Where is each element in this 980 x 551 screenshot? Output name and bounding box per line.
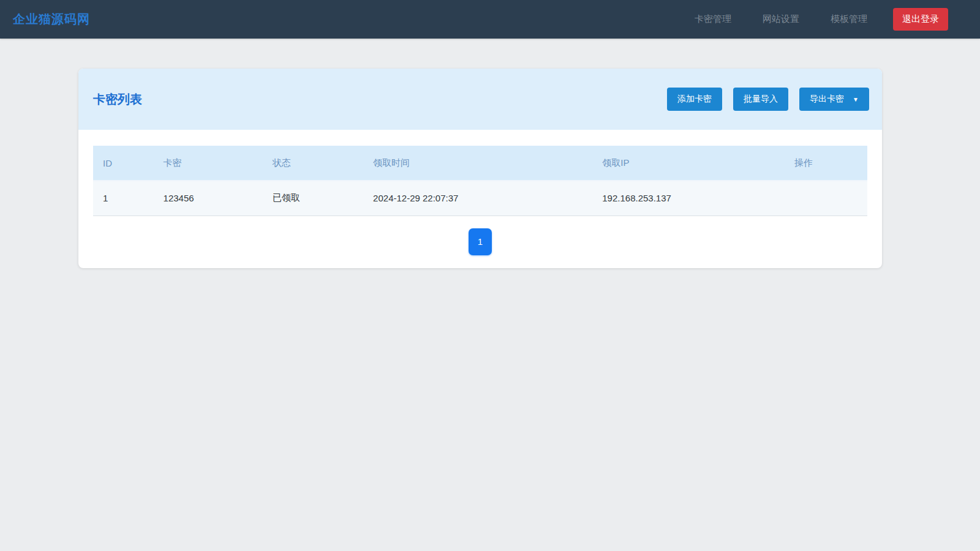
brand-logo[interactable]: 企业猫源码网 bbox=[13, 11, 90, 28]
table-row: 1 123456 已领取 2024-12-29 22:07:37 192.168… bbox=[93, 181, 867, 216]
table-header: ID 卡密 状态 领取时间 领取IP 操作 bbox=[93, 146, 867, 181]
nav-item-card-key-management[interactable]: 卡密管理 bbox=[695, 13, 731, 25]
panel-actions: 添加卡密 批量导入 导出卡密 ▼ bbox=[656, 88, 869, 111]
column-header-card-key: 卡密 bbox=[154, 146, 263, 181]
panel-header: 卡密列表 添加卡密 批量导入 导出卡密 ▼ bbox=[78, 69, 882, 130]
add-card-key-button[interactable]: 添加卡密 bbox=[667, 88, 722, 111]
column-header-claim-time: 领取时间 bbox=[363, 146, 592, 181]
cell-claim-time: 2024-12-29 22:07:37 bbox=[363, 181, 592, 216]
cell-actions bbox=[785, 181, 867, 216]
pagination-page-1-button[interactable]: 1 bbox=[469, 228, 492, 255]
column-header-id: ID bbox=[93, 146, 154, 181]
pagination: 1 bbox=[93, 228, 867, 255]
cell-status: 已领取 bbox=[263, 181, 363, 216]
cell-id: 1 bbox=[93, 181, 154, 216]
nav-item-site-settings[interactable]: 网站设置 bbox=[763, 13, 799, 25]
panel-body: ID 卡密 状态 领取时间 领取IP 操作 1 123456 已领取 2024-… bbox=[78, 130, 882, 268]
table-body: 1 123456 已领取 2024-12-29 22:07:37 192.168… bbox=[93, 181, 867, 216]
cell-card-key: 123456 bbox=[154, 181, 263, 216]
cell-claim-ip: 192.168.253.137 bbox=[592, 181, 784, 216]
column-header-claim-ip: 领取IP bbox=[592, 146, 784, 181]
main-content: 卡密列表 添加卡密 批量导入 导出卡密 ▼ ID 卡密 状态 领取时间 bbox=[78, 69, 882, 268]
page-title: 卡密列表 bbox=[93, 91, 142, 108]
logout-button[interactable]: 退出登录 bbox=[893, 8, 948, 31]
caret-down-icon: ▼ bbox=[853, 96, 859, 103]
column-header-status: 状态 bbox=[263, 146, 363, 181]
column-header-actions: 操作 bbox=[785, 146, 867, 181]
navbar-links: 卡密管理 网站设置 模板管理 退出登录 bbox=[663, 8, 948, 31]
nav-item-template-management[interactable]: 模板管理 bbox=[831, 13, 867, 25]
batch-import-button[interactable]: 批量导入 bbox=[733, 88, 788, 111]
top-navbar: 企业猫源码网 卡密管理 网站设置 模板管理 退出登录 bbox=[0, 0, 980, 39]
card-key-list-panel: 卡密列表 添加卡密 批量导入 导出卡密 ▼ ID 卡密 状态 领取时间 bbox=[78, 69, 882, 268]
export-card-key-dropdown-button[interactable]: 导出卡密 ▼ bbox=[799, 88, 869, 111]
card-key-table: ID 卡密 状态 领取时间 领取IP 操作 1 123456 已领取 2024-… bbox=[93, 146, 867, 216]
export-button-label: 导出卡密 bbox=[810, 94, 844, 105]
